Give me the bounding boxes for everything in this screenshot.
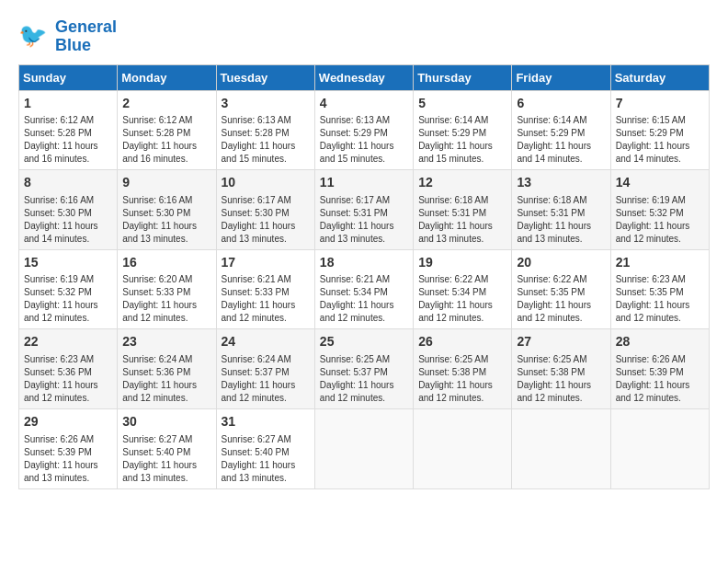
day-number: 4 [320,95,408,113]
day-info: Sunrise: 6:22 AM Sunset: 5:34 PM Dayligh… [418,273,506,325]
column-header-friday: Friday [512,64,610,90]
column-header-thursday: Thursday [414,64,512,90]
calendar-week-2: 8Sunrise: 6:16 AM Sunset: 5:30 PM Daylig… [19,170,710,250]
calendar-day-cell: 20Sunrise: 6:22 AM Sunset: 5:35 PM Dayli… [512,249,610,329]
calendar-day-cell [414,408,512,488]
day-number: 11 [320,174,408,192]
day-info: Sunrise: 6:14 AM Sunset: 5:29 PM Dayligh… [418,114,506,166]
calendar-day-cell: 5Sunrise: 6:14 AM Sunset: 5:29 PM Daylig… [414,90,512,170]
calendar-day-cell: 7Sunrise: 6:15 AM Sunset: 5:29 PM Daylig… [610,90,709,170]
day-info: Sunrise: 6:16 AM Sunset: 5:30 PM Dayligh… [24,194,112,246]
calendar-table: SundayMondayTuesdayWednesdayThursdayFrid… [18,64,710,489]
day-info: Sunrise: 6:27 AM Sunset: 5:40 PM Dayligh… [222,433,310,485]
calendar-day-cell: 23Sunrise: 6:24 AM Sunset: 5:36 PM Dayli… [118,329,216,409]
day-number: 14 [616,174,704,192]
day-info: Sunrise: 6:19 AM Sunset: 5:32 PM Dayligh… [616,194,704,246]
day-info: Sunrise: 6:13 AM Sunset: 5:28 PM Dayligh… [222,114,310,166]
day-number: 21 [616,254,704,272]
day-number: 9 [122,174,210,192]
column-header-tuesday: Tuesday [216,64,314,90]
calendar-day-cell: 12Sunrise: 6:18 AM Sunset: 5:31 PM Dayli… [414,170,512,250]
day-info: Sunrise: 6:25 AM Sunset: 5:38 PM Dayligh… [517,353,605,405]
logo: 🐦 GeneralBlue [18,18,117,55]
calendar-day-cell: 9Sunrise: 6:16 AM Sunset: 5:30 PM Daylig… [118,170,216,250]
calendar-day-cell: 13Sunrise: 6:18 AM Sunset: 5:31 PM Dayli… [512,170,610,250]
day-number: 6 [517,95,605,113]
calendar-day-cell: 3Sunrise: 6:13 AM Sunset: 5:28 PM Daylig… [216,90,314,170]
day-info: Sunrise: 6:15 AM Sunset: 5:29 PM Dayligh… [616,114,704,166]
calendar-day-cell: 27Sunrise: 6:25 AM Sunset: 5:38 PM Dayli… [512,329,610,409]
day-number: 17 [222,254,310,272]
calendar-header-row: SundayMondayTuesdayWednesdayThursdayFrid… [19,64,710,90]
day-info: Sunrise: 6:24 AM Sunset: 5:36 PM Dayligh… [122,353,210,405]
calendar-day-cell [314,408,413,488]
calendar-day-cell: 17Sunrise: 6:21 AM Sunset: 5:33 PM Dayli… [216,249,314,329]
calendar-day-cell: 15Sunrise: 6:19 AM Sunset: 5:32 PM Dayli… [19,249,118,329]
calendar-day-cell: 11Sunrise: 6:17 AM Sunset: 5:31 PM Dayli… [314,170,413,250]
day-number: 8 [24,174,112,192]
day-info: Sunrise: 6:17 AM Sunset: 5:30 PM Dayligh… [222,194,310,246]
day-info: Sunrise: 6:21 AM Sunset: 5:34 PM Dayligh… [320,273,408,325]
day-info: Sunrise: 6:22 AM Sunset: 5:35 PM Dayligh… [517,273,605,325]
calendar-week-5: 29Sunrise: 6:26 AM Sunset: 5:39 PM Dayli… [19,408,710,488]
calendar-day-cell [610,408,709,488]
calendar-week-1: 1Sunrise: 6:12 AM Sunset: 5:28 PM Daylig… [19,90,710,170]
day-info: Sunrise: 6:12 AM Sunset: 5:28 PM Dayligh… [122,114,210,166]
calendar-day-cell: 1Sunrise: 6:12 AM Sunset: 5:28 PM Daylig… [19,90,118,170]
day-info: Sunrise: 6:14 AM Sunset: 5:29 PM Dayligh… [517,114,605,166]
calendar-day-cell: 29Sunrise: 6:26 AM Sunset: 5:39 PM Dayli… [19,408,118,488]
day-info: Sunrise: 6:19 AM Sunset: 5:32 PM Dayligh… [24,273,112,325]
page-header: 🐦 GeneralBlue [18,18,710,55]
calendar-day-cell: 16Sunrise: 6:20 AM Sunset: 5:33 PM Dayli… [118,249,216,329]
day-number: 12 [418,174,506,192]
logo-text: GeneralBlue [55,18,117,55]
day-info: Sunrise: 6:23 AM Sunset: 5:36 PM Dayligh… [24,353,112,405]
day-number: 19 [418,254,506,272]
calendar-day-cell: 22Sunrise: 6:23 AM Sunset: 5:36 PM Dayli… [19,329,118,409]
calendar-day-cell [512,408,610,488]
calendar-day-cell: 25Sunrise: 6:25 AM Sunset: 5:37 PM Dayli… [314,329,413,409]
calendar-day-cell: 30Sunrise: 6:27 AM Sunset: 5:40 PM Dayli… [118,408,216,488]
calendar-day-cell: 6Sunrise: 6:14 AM Sunset: 5:29 PM Daylig… [512,90,610,170]
calendar-day-cell: 2Sunrise: 6:12 AM Sunset: 5:28 PM Daylig… [118,90,216,170]
calendar-day-cell: 4Sunrise: 6:13 AM Sunset: 5:29 PM Daylig… [314,90,413,170]
day-info: Sunrise: 6:18 AM Sunset: 5:31 PM Dayligh… [517,194,605,246]
day-number: 2 [122,95,210,113]
day-number: 25 [320,333,408,351]
calendar-day-cell: 21Sunrise: 6:23 AM Sunset: 5:35 PM Dayli… [610,249,709,329]
day-number: 28 [616,333,704,351]
column-header-sunday: Sunday [19,64,118,90]
day-number: 30 [122,413,210,431]
calendar-day-cell: 10Sunrise: 6:17 AM Sunset: 5:30 PM Dayli… [216,170,314,250]
day-info: Sunrise: 6:17 AM Sunset: 5:31 PM Dayligh… [320,194,408,246]
day-number: 18 [320,254,408,272]
logo-icon: 🐦 [18,20,51,53]
day-info: Sunrise: 6:25 AM Sunset: 5:38 PM Dayligh… [418,353,506,405]
day-info: Sunrise: 6:26 AM Sunset: 5:39 PM Dayligh… [24,433,112,485]
day-number: 27 [517,333,605,351]
day-number: 5 [418,95,506,113]
day-number: 31 [222,413,310,431]
day-number: 16 [122,254,210,272]
day-number: 3 [222,95,310,113]
calendar-week-3: 15Sunrise: 6:19 AM Sunset: 5:32 PM Dayli… [19,249,710,329]
day-number: 1 [24,95,112,113]
day-info: Sunrise: 6:24 AM Sunset: 5:37 PM Dayligh… [222,353,310,405]
calendar-day-cell: 8Sunrise: 6:16 AM Sunset: 5:30 PM Daylig… [19,170,118,250]
day-info: Sunrise: 6:20 AM Sunset: 5:33 PM Dayligh… [122,273,210,325]
day-number: 23 [122,333,210,351]
day-number: 29 [24,413,112,431]
day-number: 13 [517,174,605,192]
svg-text:🐦: 🐦 [18,21,48,50]
day-info: Sunrise: 6:21 AM Sunset: 5:33 PM Dayligh… [222,273,310,325]
day-info: Sunrise: 6:12 AM Sunset: 5:28 PM Dayligh… [24,114,112,166]
day-info: Sunrise: 6:18 AM Sunset: 5:31 PM Dayligh… [418,194,506,246]
calendar-day-cell: 28Sunrise: 6:26 AM Sunset: 5:39 PM Dayli… [610,329,709,409]
calendar-day-cell: 14Sunrise: 6:19 AM Sunset: 5:32 PM Dayli… [610,170,709,250]
day-number: 7 [616,95,704,113]
day-info: Sunrise: 6:25 AM Sunset: 5:37 PM Dayligh… [320,353,408,405]
column-header-wednesday: Wednesday [314,64,413,90]
calendar-day-cell: 31Sunrise: 6:27 AM Sunset: 5:40 PM Dayli… [216,408,314,488]
day-number: 20 [517,254,605,272]
day-info: Sunrise: 6:26 AM Sunset: 5:39 PM Dayligh… [616,353,704,405]
